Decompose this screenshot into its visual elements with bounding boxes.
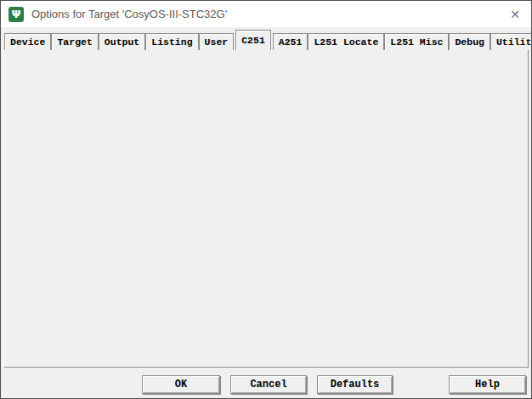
close-icon[interactable]: ✕ (506, 5, 524, 24)
help-button[interactable]: Help (449, 375, 526, 394)
tab-utilities[interactable]: Utilities (490, 33, 532, 50)
tab-output[interactable]: Output (99, 33, 145, 50)
tab-listing[interactable]: Listing (145, 33, 198, 50)
uvision-icon: Ψ (8, 7, 24, 22)
tab-device[interactable]: Device (4, 33, 51, 50)
title-bar: Ψ Options for Target 'CosyOS-III-STC32G'… (1, 1, 531, 27)
tab-debug[interactable]: Debug (449, 33, 490, 50)
ok-button[interactable]: OK (142, 375, 220, 394)
defaults-button[interactable]: Defaults (317, 375, 393, 394)
tab-c251[interactable]: C251 (235, 30, 271, 50)
window-title: Options for Target 'CosyOS-III-STC32G' (31, 8, 227, 20)
tab-page-c251 (3, 49, 529, 368)
cancel-button[interactable]: Cancel (230, 375, 307, 394)
tab-l251-locate[interactable]: L251 Locate (308, 33, 384, 50)
tab-user[interactable]: User (199, 33, 235, 50)
tab-strip: Device Target Output Listing User C251 A… (4, 30, 532, 50)
tab-target[interactable]: Target (51, 33, 98, 50)
options-dialog: Ψ Options for Target 'CosyOS-III-STC32G'… (0, 0, 532, 399)
tab-l251-misc[interactable]: L251 Misc (384, 33, 449, 50)
tab-a251[interactable]: A251 (273, 33, 308, 50)
